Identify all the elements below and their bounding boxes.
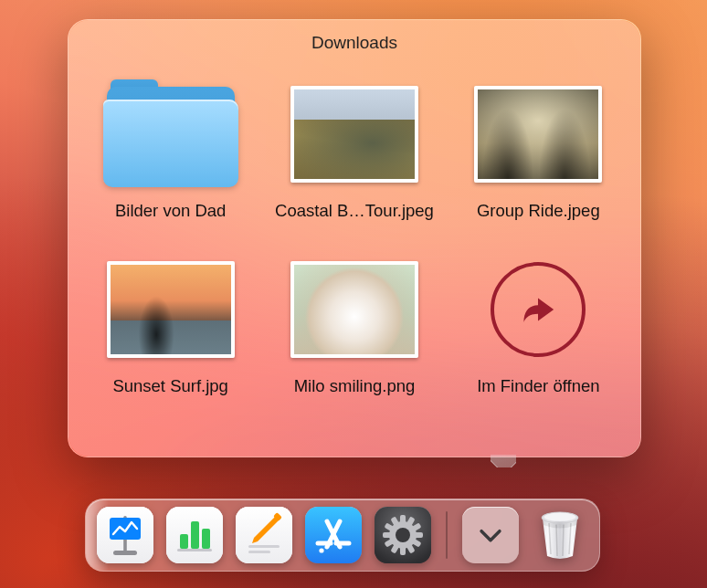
- svg-rect-11: [248, 551, 270, 553]
- system-preferences-app-icon[interactable]: [375, 507, 431, 563]
- downloads-item-folder-bilder-von-dad[interactable]: Bilder von Dad: [83, 77, 258, 221]
- svg-rect-10: [248, 545, 280, 548]
- grid-item-label: Coastal B…Tour.jpeg: [275, 201, 434, 221]
- dock-separator: [446, 511, 448, 559]
- downloads-item-image-milo-smiling[interactable]: Milo smiling.png: [267, 252, 441, 396]
- dock: [85, 499, 600, 572]
- downloads-grid: Bilder von Dad Coastal B…Tour.jpeg Group…: [69, 58, 640, 396]
- downloads-stack-popover: Downloads Bilder von Dad Coastal: [68, 19, 641, 457]
- downloads-item-image-coastal[interactable]: Coastal B…Tour.jpeg: [267, 77, 441, 221]
- svg-point-22: [396, 528, 410, 542]
- grid-item-label: Bilder von Dad: [115, 201, 226, 221]
- image-thumbnail: [102, 252, 239, 367]
- svg-rect-6: [180, 534, 188, 549]
- open-in-finder-button[interactable]: Im Finder öffnen: [451, 252, 626, 396]
- svg-point-29: [544, 513, 575, 521]
- image-thumbnail: [286, 252, 423, 367]
- svg-rect-2: [113, 551, 137, 555]
- grid-item-label: Group Ride.jpeg: [477, 201, 600, 221]
- grid-item-label: Sunset Surf.jpg: [112, 376, 228, 396]
- image-thumbnail: [286, 77, 423, 192]
- downloads-stack-icon[interactable]: [462, 507, 519, 563]
- app-store-app-icon[interactable]: [305, 507, 362, 563]
- svg-rect-7: [191, 521, 199, 549]
- popover-title: Downloads: [69, 20, 640, 58]
- image-thumbnail: [470, 77, 607, 192]
- svg-line-25: [556, 525, 557, 557]
- grid-item-label: Milo smiling.png: [294, 376, 416, 396]
- open-in-finder-icon: [470, 252, 607, 367]
- keynote-app-icon[interactable]: [97, 507, 153, 563]
- svg-rect-5: [177, 549, 212, 551]
- pages-app-icon[interactable]: [236, 507, 292, 563]
- numbers-app-icon[interactable]: [166, 507, 223, 563]
- downloads-item-image-group-ride[interactable]: Group Ride.jpeg: [451, 77, 626, 221]
- grid-item-label: Im Finder öffnen: [477, 376, 599, 396]
- trash-icon[interactable]: [532, 507, 588, 563]
- folder-icon: [102, 77, 239, 192]
- popover-arrow: [491, 455, 516, 467]
- svg-rect-8: [202, 529, 210, 549]
- downloads-item-image-sunset-surf[interactable]: Sunset Surf.jpg: [83, 252, 258, 396]
- svg-point-18: [319, 548, 323, 552]
- svg-line-26: [563, 525, 564, 557]
